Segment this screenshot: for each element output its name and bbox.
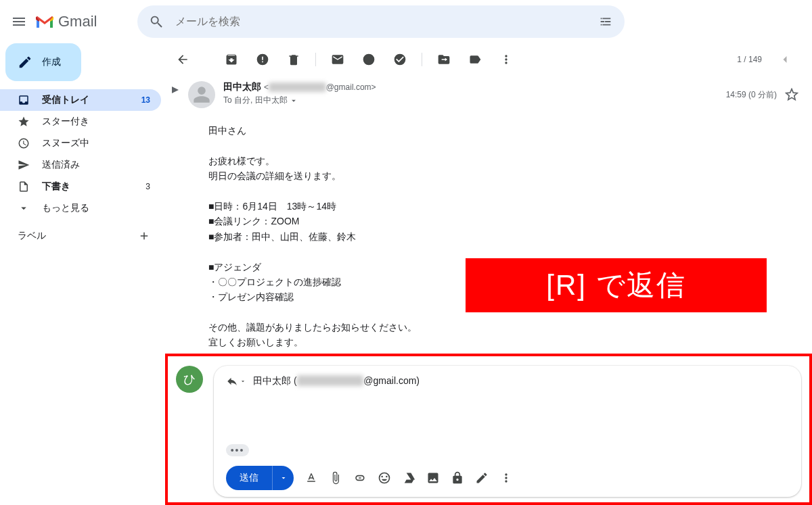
spam-button[interactable] <box>249 46 276 73</box>
move-button[interactable] <box>430 46 457 73</box>
search-input[interactable] <box>170 16 592 28</box>
search-icon[interactable] <box>143 8 170 35</box>
chevron-down-icon <box>240 378 246 385</box>
plus-icon <box>138 230 150 242</box>
drive-button[interactable] <box>402 471 415 485</box>
star-message-button[interactable] <box>785 88 798 101</box>
show-trimmed-button[interactable]: ••• <box>226 444 249 456</box>
add-task-button[interactable] <box>386 46 413 73</box>
chevron-down-icon <box>279 474 288 482</box>
confidential-button[interactable] <box>451 471 464 485</box>
message-body: 田中さん お疲れ様です。 明日の会議の詳細を送ります。 ■日時：6月14日 13… <box>161 119 812 350</box>
clock-icon <box>18 137 30 149</box>
annotation-overlay: [R] で返信 <box>466 258 767 312</box>
nav-inbox[interactable]: 受信トレイ 13 <box>0 89 161 111</box>
nav-snoozed[interactable]: スヌーズ中 <box>0 133 161 154</box>
sender-name: 田中太郎 <box>223 81 261 93</box>
document-icon <box>18 181 30 193</box>
send-more-button[interactable] <box>272 466 294 490</box>
snooze-button[interactable] <box>355 46 382 73</box>
sidebar: 作成 受信トレイ 13 スター付き スヌーズ中 送信済み 下書き <box>0 43 161 505</box>
delete-button[interactable] <box>280 46 307 73</box>
message-header: 田中太郎 <xxx.xxxxx.xxxxx@gmail.com> To 自分, … <box>161 76 812 119</box>
details-dropdown-icon[interactable] <box>289 96 298 105</box>
attach-button[interactable] <box>329 471 342 485</box>
gmail-logo[interactable]: Gmail <box>35 13 97 30</box>
message-toolbar: 1 / 149 <box>161 43 812 76</box>
send-icon <box>18 159 30 171</box>
signature-button[interactable] <box>475 471 489 485</box>
reply-icon <box>226 375 238 387</box>
nav-drafts[interactable]: 下書き 3 <box>0 176 161 197</box>
nav-sent[interactable]: 送信済み <box>0 154 161 176</box>
sender-email: <xxx.xxxxx.xxxxx@gmail.com> <box>264 82 376 92</box>
reply-area-annotation: ひ 田中太郎 (xxx.xxxxx.xxxxx@gmail.com) ••• 送… <box>165 354 812 505</box>
archive-button[interactable] <box>218 46 245 73</box>
nav-more[interactable]: もっと見る <box>0 197 161 219</box>
gmail-logo-text: Gmail <box>58 13 97 30</box>
gmail-icon <box>35 14 54 29</box>
pencil-icon <box>18 55 32 70</box>
more-options-button[interactable] <box>499 471 513 485</box>
compose-label: 作成 <box>42 56 61 68</box>
labels-button[interactable] <box>461 46 489 73</box>
search-options-icon[interactable] <box>592 8 619 35</box>
message-counter: 1 / 149 <box>737 55 762 64</box>
sender-avatar[interactable] <box>188 81 215 108</box>
emoji-button[interactable] <box>378 471 391 485</box>
mark-unread-button[interactable] <box>324 46 351 73</box>
more-button[interactable] <box>493 46 520 73</box>
inbox-icon <box>18 94 30 106</box>
nav-starred[interactable]: スター付き <box>0 111 161 133</box>
compose-button[interactable]: 作成 <box>5 43 81 81</box>
chevron-down-icon <box>18 202 30 214</box>
send-button[interactable]: 送信 <box>226 466 272 490</box>
user-avatar[interactable]: ひ <box>176 366 203 393</box>
back-button[interactable] <box>169 46 196 73</box>
star-icon <box>18 116 30 128</box>
search-bar[interactable] <box>137 5 625 38</box>
main-menu-button[interactable] <box>5 8 32 35</box>
reply-type-button[interactable] <box>226 375 246 387</box>
add-label-button[interactable] <box>138 230 150 242</box>
reply-recipient[interactable]: 田中太郎 (xxx.xxxxx.xxxxx@gmail.com) <box>253 375 420 387</box>
reply-textarea[interactable] <box>226 387 789 441</box>
labels-header: ラベル <box>18 230 46 242</box>
photo-button[interactable] <box>426 471 440 485</box>
link-button[interactable] <box>353 471 367 485</box>
recipient-line: To 自分, 田中太郎 <box>223 95 288 106</box>
collapse-icon[interactable] <box>171 81 180 108</box>
message-time: 14:59 (0 分前) <box>726 89 777 101</box>
format-button[interactable] <box>304 471 318 485</box>
reply-card: 田中太郎 (xxx.xxxxx.xxxxx@gmail.com) ••• 送信 <box>214 366 801 497</box>
prev-button[interactable] <box>771 46 798 73</box>
